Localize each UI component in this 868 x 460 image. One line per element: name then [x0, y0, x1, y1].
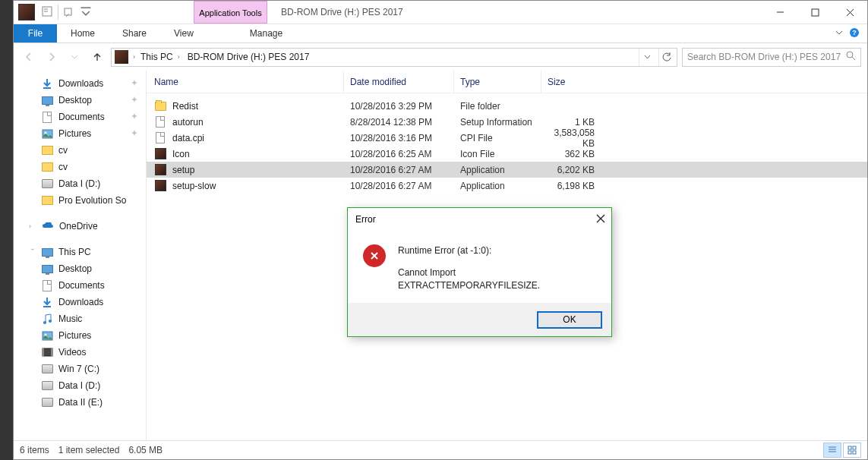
address-bar[interactable]: › This PC› BD-ROM Drive (H:) PES 2017: [111, 48, 677, 67]
dialog-line2: Cannot Import EXTRACTTEMPORARYFILESIZE.: [398, 266, 596, 292]
file-row[interactable]: setup10/28/2016 6:27 AMApplication6,202 …: [147, 162, 867, 178]
file-row[interactable]: data.cpi10/28/2016 3:16 PMCPI File3,583,…: [147, 130, 867, 146]
column-size[interactable]: Size: [541, 71, 640, 93]
ok-button[interactable]: OK: [537, 311, 602, 329]
sidebar-item-label: Win 7 (C:): [58, 364, 99, 374]
file-size: 3,583,058 KB: [541, 128, 640, 149]
status-selected: 1 item selected: [58, 445, 120, 455]
address-history-dropdown[interactable]: [639, 49, 655, 66]
navigation-pane[interactable]: DownloadsDesktopDocumentsPicturescvcvDat…: [14, 71, 147, 440]
maximize-button[interactable]: [797, 1, 832, 24]
sidebar-item-label: Documents: [58, 112, 105, 122]
contextual-tab[interactable]: Application Tools: [194, 1, 267, 24]
sidebar-item-downloads[interactable]: Downloads: [14, 294, 146, 310]
dialog-line1: Runtime Error (at -1:0):: [398, 244, 596, 257]
view-large-button[interactable]: [843, 443, 861, 458]
file-date: 10/28/2016 6:25 AM: [344, 149, 454, 159]
sidebar-item-documents[interactable]: Documents: [14, 277, 146, 294]
sidebar-item-desktop[interactable]: Desktop: [14, 92, 146, 109]
window-controls: [762, 1, 867, 24]
file-name: autorun: [172, 117, 204, 128]
sidebar-item-music[interactable]: Music: [14, 310, 146, 327]
file-date: 10/28/2016 6:27 AM: [344, 165, 454, 175]
sidebar-item-win-7-c-[interactable]: Win 7 (C:): [14, 361, 146, 377]
collapse-icon[interactable]: ›: [29, 248, 36, 256]
qat-overflow-icon[interactable]: [80, 5, 92, 20]
dialog-titlebar[interactable]: Error: [348, 208, 611, 231]
sidebar-thispc[interactable]: › This PC: [14, 244, 146, 260]
tab-manage[interactable]: Manage: [230, 24, 302, 43]
properties-icon[interactable]: [41, 5, 53, 20]
sidebar-item-videos[interactable]: Videos: [14, 344, 146, 361]
breadcrumb-thispc[interactable]: This PC›: [138, 52, 182, 62]
file-icon: [154, 148, 166, 160]
nav-forward-button[interactable]: [43, 48, 61, 66]
file-type: Application: [454, 165, 541, 175]
nav-back-button[interactable]: [20, 48, 38, 66]
sidebar-item-cv[interactable]: cv: [14, 159, 146, 175]
breadcrumb-drive[interactable]: BD-ROM Drive (H:) PES 2017: [185, 52, 312, 62]
error-icon: [363, 244, 386, 267]
column-type[interactable]: Type: [454, 71, 541, 93]
sidebar-item-data-ii-e-[interactable]: Data II (E:): [14, 394, 146, 411]
documents-icon: [41, 112, 53, 122]
sidebar-item-cv[interactable]: cv: [14, 142, 146, 159]
titlebar: Application Tools BD-ROM Drive (H:) PES …: [14, 1, 867, 24]
file-row[interactable]: setup-slow10/28/2016 6:27 AMApplication6…: [147, 178, 867, 194]
chevron-right-icon[interactable]: ›: [133, 53, 135, 61]
file-size: 6,198 KB: [541, 181, 640, 191]
sidebar-item-downloads[interactable]: Downloads: [14, 75, 146, 92]
file-tab[interactable]: File: [14, 24, 57, 43]
pin-icon: [131, 128, 138, 139]
window-title: BD-ROM Drive (H:) PES 2017: [267, 1, 762, 24]
videos-icon: [41, 347, 53, 358]
dialog-close-button[interactable]: [596, 214, 605, 225]
folder-icon: [41, 162, 53, 172]
tab-view[interactable]: View: [160, 24, 207, 43]
file-list[interactable]: Redist10/28/2016 3:29 PMFile folderautor…: [147, 93, 867, 194]
svg-rect-26: [848, 446, 851, 449]
ribbon: File Home Share View Manage ?: [14, 24, 867, 43]
documents-icon: [41, 280, 53, 291]
tab-share[interactable]: Share: [109, 24, 160, 43]
minimize-button[interactable]: [762, 1, 797, 24]
disk-icon: [41, 397, 53, 408]
nav-up-button[interactable]: [88, 48, 106, 66]
refresh-button[interactable]: [658, 49, 675, 66]
help-icon[interactable]: ?: [849, 27, 860, 40]
nav-recent-dropdown[interactable]: [65, 48, 84, 66]
sidebar-item-pictures[interactable]: Pictures: [14, 327, 146, 344]
sidebar-item-label: Pictures: [58, 330, 91, 341]
search-input[interactable]: Search BD-ROM Drive (H:) PES 2017: [682, 48, 861, 67]
sidebar-item-label: Downloads: [58, 297, 103, 307]
location-icon: [115, 50, 128, 64]
file-row[interactable]: Redist10/28/2016 3:29 PMFile folder: [147, 98, 867, 114]
file-type: Icon File: [454, 149, 541, 159]
sidebar-item-pictures[interactable]: Pictures: [14, 125, 146, 142]
sidebar-item-label: Desktop: [58, 95, 92, 106]
view-details-button[interactable]: [823, 443, 841, 458]
pictures-icon: [41, 128, 53, 139]
svg-point-16: [49, 320, 52, 323]
column-name[interactable]: Name: [147, 71, 344, 93]
thispc-icon: [42, 248, 53, 257]
file-row[interactable]: Icon10/28/2016 6:25 AMIcon File362 KB: [147, 146, 867, 162]
sidebar-item-data-i-d-[interactable]: Data I (D:): [14, 175, 146, 192]
sidebar-item-label: OneDrive: [59, 221, 98, 232]
file-row[interactable]: autorun8/28/2014 12:38 PMSetup Informati…: [147, 114, 867, 130]
dialog-body: Runtime Error (at -1:0): Cannot Import E…: [348, 231, 611, 303]
sidebar-item-data-i-d-[interactable]: Data I (D:): [14, 377, 146, 394]
sidebar-item-documents[interactable]: Documents: [14, 109, 146, 125]
sidebar-item-desktop[interactable]: Desktop: [14, 260, 146, 277]
tab-home[interactable]: Home: [57, 24, 109, 43]
close-button[interactable]: [832, 1, 867, 24]
column-date[interactable]: Date modified: [344, 71, 454, 93]
file-size: 1 KB: [541, 117, 640, 128]
file-name: Redist: [172, 101, 198, 112]
ribbon-expand-icon[interactable]: [835, 28, 843, 39]
expand-icon[interactable]: ›: [29, 222, 36, 230]
sidebar-item-pro-evolution-so[interactable]: Pro Evolution So: [14, 192, 146, 209]
qat-dropdown[interactable]: [63, 6, 75, 18]
sidebar-item-label: cv: [58, 145, 68, 156]
sidebar-onedrive[interactable]: › OneDrive: [14, 218, 146, 235]
